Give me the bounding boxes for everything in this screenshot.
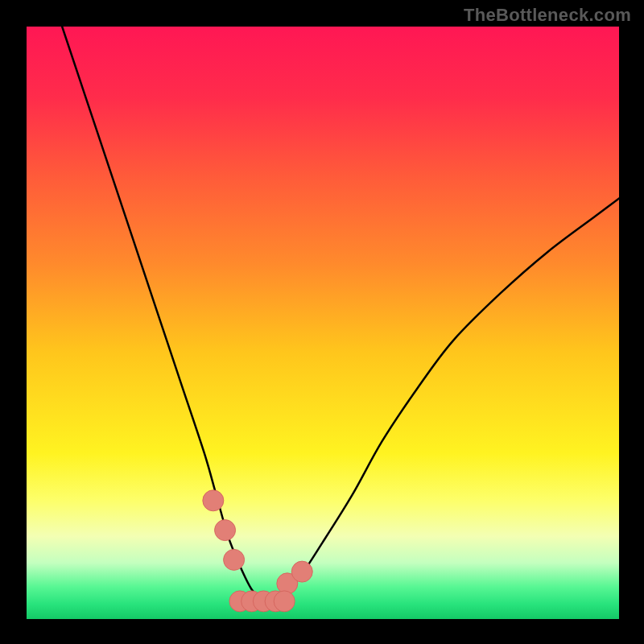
marker-left-cluster-a xyxy=(203,490,224,511)
plot-area xyxy=(27,27,619,619)
chart-stage: TheBottleneck.com xyxy=(0,0,644,644)
marker-right-cluster-b xyxy=(291,561,312,582)
marker-left-cluster-c xyxy=(224,549,245,570)
marker-floor-e xyxy=(274,591,295,612)
curve-layer xyxy=(27,27,619,619)
marker-left-cluster-b xyxy=(215,520,236,541)
curve-markers xyxy=(203,490,312,612)
watermark-text: TheBottleneck.com xyxy=(464,5,631,26)
bottleneck-curve xyxy=(62,27,619,604)
